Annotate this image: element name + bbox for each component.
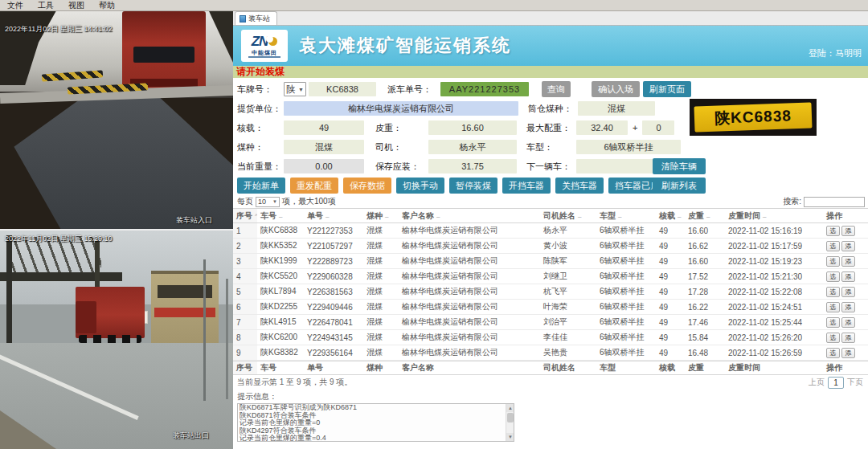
truck-wheels-graphic <box>79 335 141 343</box>
truck-type-label: 车型： <box>526 141 576 153</box>
cell-truck: 陕KG8382 <box>257 347 304 358</box>
column-header[interactable]: 序号^ <box>233 209 257 222</box>
next-truck-label: 下一辆车： <box>526 161 576 173</box>
table-row[interactable]: 4陕KC5520Y229060328混煤榆林华电煤炭运销有限公司刘继卫6轴双桥半… <box>233 269 868 284</box>
row-action-button[interactable]: 添 <box>841 226 855 236</box>
scroll-thumb[interactable] <box>507 413 514 422</box>
row-action-button[interactable]: 选 <box>826 287 840 297</box>
row-action-button[interactable]: 选 <box>826 317 840 328</box>
main-panel: 装车站 ZN 中能煤田 袁大滩煤矿智能运销系统 登陆：马明明 请开始装煤 <box>233 11 868 449</box>
row-action-button[interactable]: 选 <box>826 226 840 236</box>
clear-truck-button[interactable]: 清除车辆 <box>653 158 706 174</box>
log-scrollbar[interactable]: ▲ ▼ <box>506 404 514 441</box>
column-header[interactable]: 客户名称– <box>399 210 540 222</box>
toolbar-button[interactable]: 开始新单 <box>237 178 285 194</box>
column-header[interactable]: 单号– <box>304 210 363 222</box>
column-header: 操作 <box>823 210 868 222</box>
row-action-button[interactable]: 添 <box>841 271 855 282</box>
column-header: 煤种 <box>363 362 399 373</box>
cell-customer: 榆林华电煤炭运销有限公司 <box>399 301 540 312</box>
message-log[interactable]: 陕KD6871车牌号识别成为陕KD6871陕KD6871符合装车条件记录当前仓里… <box>237 403 514 442</box>
scroll-down-icon[interactable]: ▼ <box>506 433 514 441</box>
refresh-list-button[interactable]: 刷新列表 <box>653 178 706 194</box>
cell-actions: 选添 <box>823 271 868 282</box>
search-input[interactable] <box>804 197 865 207</box>
prev-page-button[interactable]: 上页 <box>809 377 825 388</box>
row-action-button[interactable]: 选 <box>826 241 840 251</box>
table-row[interactable]: 1陕KC6838Y221227353混煤榆林华电煤炭运销有限公司杨永平6轴双桥半… <box>233 223 868 239</box>
table-row[interactable]: 9陕KG8382Y229356164混煤榆林华电煤炭运销有限公司吴艳贵6轴双桥半… <box>233 345 868 361</box>
row-action-button[interactable]: 选 <box>826 256 840 267</box>
row-action-button[interactable]: 添 <box>841 241 855 251</box>
column-header[interactable]: 核载– <box>656 210 685 222</box>
row-action-button[interactable]: 选 <box>826 271 840 282</box>
toolbar-button[interactable]: 暂停装煤 <box>449 178 497 194</box>
row-action-button[interactable]: 选 <box>826 302 840 312</box>
cell-actions: 选添 <box>823 226 868 236</box>
cell-time: 2022-11-02 15:21:30 <box>725 272 823 281</box>
cell-actions: 选添 <box>823 302 868 312</box>
column-header: 皮重 <box>685 362 725 373</box>
action-toolbar: 开始新单重发配重保存数据切换手动暂停装煤开挡车器关挡车器挡车器已启用刷新列表 <box>233 176 868 195</box>
table-row[interactable]: 2陕KK5352Y221057297混煤榆林华电煤炭运销有限公司黄小波6轴双桥半… <box>233 239 868 254</box>
table-row[interactable]: 3陕KK1999Y222889723混煤榆林华电煤炭运销有限公司陈陕军6轴双桥半… <box>233 254 868 269</box>
toolbar-button[interactable]: 重发配重 <box>290 178 338 194</box>
row-action-button[interactable]: 选 <box>826 333 840 343</box>
cell-order: Y229060328 <box>304 272 363 281</box>
menu-item[interactable]: 视图 <box>61 0 92 11</box>
plate-number-input[interactable]: KC6838 <box>309 82 376 96</box>
next-page-button[interactable]: 下页 <box>847 377 863 388</box>
toolbar-button[interactable]: 切换手动 <box>396 178 444 194</box>
column-header[interactable]: 煤种– <box>363 210 399 222</box>
row-action-button[interactable]: 添 <box>841 256 855 267</box>
row-action-button[interactable]: 添 <box>841 333 855 343</box>
toolbar-button[interactable]: 保存数据 <box>343 178 391 194</box>
cell-tare: 16.62 <box>685 242 725 251</box>
exit-camera-label: 装车站出口 <box>173 431 209 441</box>
toolbar-button[interactable]: 关挡车器 <box>555 178 604 194</box>
row-action-button[interactable]: 添 <box>841 317 855 328</box>
logo-text: ZN <box>252 35 268 48</box>
toolbar-button[interactable]: 开挡车器 <box>502 178 551 194</box>
column-header[interactable]: 皮重– <box>685 210 725 222</box>
cell-actions: 选添 <box>823 317 868 328</box>
tab-loading-station[interactable]: 装车站 <box>235 11 277 25</box>
column-header[interactable]: 司机姓名– <box>540 210 596 222</box>
current-page-button[interactable]: 1 <box>828 377 844 389</box>
menu-item[interactable]: 工具 <box>31 0 61 11</box>
cell-type: 6轴双桥半挂 <box>596 301 656 312</box>
table-summary: 当前显示第 1 至 9 项，共 9 项。 <box>237 377 352 388</box>
hint-label: 提示信息： <box>233 390 868 403</box>
row-action-button[interactable]: 选 <box>826 348 840 358</box>
refresh-page-button[interactable]: 刷新页面 <box>643 81 691 97</box>
row-action-button[interactable]: 添 <box>841 302 855 312</box>
cell-coal: 混煤 <box>363 271 399 282</box>
menu-item[interactable]: 文件 <box>0 0 31 11</box>
cell-driver: 刘继卫 <box>540 271 596 282</box>
column-header: 单号 <box>304 362 363 373</box>
truck-table: 序号^车号–单号–煤种–客户名称–司机姓名–车型–核载–皮重–皮重时间–操作 1… <box>233 208 868 375</box>
page-size-select[interactable]: 10 ▼ <box>256 197 280 207</box>
column-header[interactable]: 车号– <box>257 210 304 222</box>
dispatch-number-field[interactable]: AAY221227353 <box>440 82 529 96</box>
table-row[interactable]: 7陕KL4915Y226478041混煤榆林华电煤炭运销有限公司刘治平6轴双桥半… <box>233 315 868 330</box>
table-row[interactable]: 6陕KD2255Y229409446混煤榆林华电煤炭运销有限公司叶海荣6轴双桥半… <box>233 300 868 315</box>
column-header[interactable]: 车型– <box>596 210 656 222</box>
province-select[interactable]: 陕 ▼ <box>284 82 306 96</box>
confirm-entry-button[interactable]: 确认入场 <box>592 81 640 97</box>
table-row[interactable]: 8陕KC6200Y224943145混煤榆林华电煤炭运销有限公司李佳佳6轴双桥半… <box>233 330 868 345</box>
document-icon <box>240 15 246 22</box>
menu-item[interactable]: 帮助 <box>92 0 122 11</box>
query-button[interactable]: 查询 <box>542 81 571 97</box>
cell-tare: 16.22 <box>685 303 725 312</box>
tab-bar: 装车站 <box>233 11 868 26</box>
cell-no: 6 <box>233 300 257 314</box>
column-header[interactable]: 皮重时间– <box>725 210 823 222</box>
scroll-up-icon[interactable]: ▲ <box>506 404 514 412</box>
row-action-button[interactable]: 添 <box>841 348 855 358</box>
cell-order: Y229356164 <box>304 349 363 357</box>
row-action-button[interactable]: 添 <box>841 287 855 297</box>
driver-field: 杨永平 <box>428 140 517 154</box>
cell-truck: 陕KC5520 <box>257 271 304 282</box>
table-row[interactable]: 5陕KL7894Y226381563混煤榆林华电煤炭运销有限公司杭飞平6轴双桥半… <box>233 284 868 300</box>
